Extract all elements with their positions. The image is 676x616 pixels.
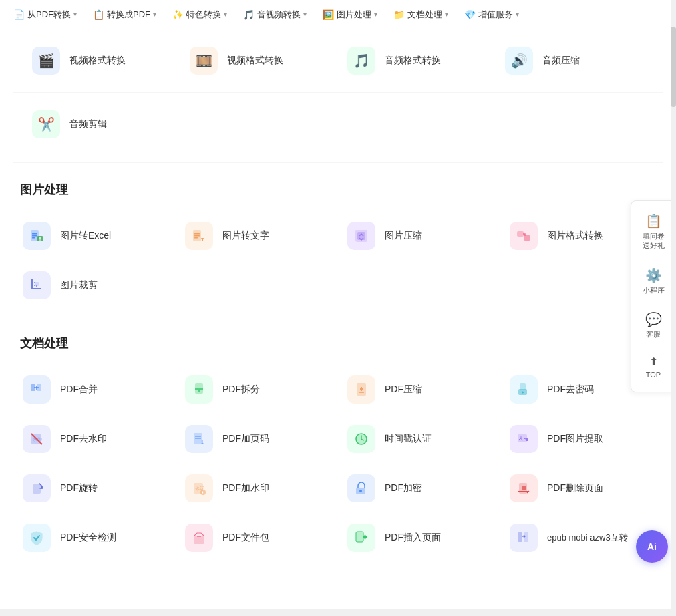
timestamp-item[interactable]: 时间戳认证 [338,414,500,464]
pdf-watermark-add-item[interactable]: 水印 PDF加水印 [176,464,338,513]
horizontal-scrollbar[interactable] [0,609,671,616]
svg-rect-35 [518,434,527,442]
vip-nav-icon: 💎 [464,9,476,20]
pdf-compress-label: PDF压缩 [385,383,422,396]
svg-rect-1 [32,233,37,235]
img-crop-icon [23,271,51,299]
service-button[interactable]: 💬 客服 [631,305,675,345]
nav-label-av: 音视频转换 [257,9,301,21]
svg-rect-31 [195,438,201,439]
to-pdf-icon: 📋 [93,9,104,20]
svg-point-42 [359,490,362,492]
pdf-encrypt-item[interactable]: PDF加密 [338,464,500,513]
ai-label: Ai [647,541,657,552]
pdf-page-num-icon: 1 [185,425,213,453]
pdf-compress-item[interactable]: PDF压缩 [338,365,500,414]
pdf-merge-item[interactable]: PDF合并 [13,365,176,414]
vertical-scrollbar[interactable] [671,0,676,616]
pdf-img-extract-item[interactable]: PDF图片提取 [500,414,663,464]
nav-label-special: 特色转换 [186,9,221,21]
pdf-compress-icon [347,375,375,404]
timestamp-label: 时间戳认证 [385,433,432,445]
svg-text:1: 1 [201,440,204,444]
nav-item-special[interactable]: ✨ 特色转换 ▾ [164,0,235,29]
image-section: 图片处理 图片转Excel [13,163,663,310]
nav-item-image[interactable]: 🖼️ 图片处理 ▾ [315,0,385,29]
img-compress-item[interactable]: 图片压缩 [338,211,500,261]
img-format-icon [510,222,538,250]
pdf-watermark-remove-label: PDF去水印 [60,433,107,445]
svg-rect-2 [32,235,37,237]
special-icon: ✨ [172,9,184,20]
pdf-rotate-item[interactable]: PDF旋转 [13,464,176,513]
chevron-av: ▾ [303,11,307,18]
partial-label-2: 视频格式转换 [227,55,283,67]
img-crop-item[interactable]: 图片裁剪 [13,261,176,310]
partial-icon-3: 🎵 [347,47,375,75]
pdf-encrypt-icon [347,474,375,502]
pdf-decrypt-label: PDF去密码 [547,383,594,396]
survey-label: 填问卷 送好礼 [643,231,665,251]
doc-section-title: 文档处理 [13,317,663,365]
partial-item-1[interactable]: 🎬 视频格式转换 [23,36,180,86]
pdf-delete-page-item[interactable]: PDF删除页面 [500,464,663,513]
img-text-item[interactable]: T 图片转文字 [176,211,338,261]
chevron-vip: ▾ [516,11,519,18]
audio-edit-icon: ✂️ [32,110,60,138]
pdf-package-item[interactable]: PDF文件包 [176,513,338,563]
image-nav-icon: 🖼️ [323,9,334,20]
svg-rect-10 [194,235,200,237]
top-label: TOP [646,370,661,379]
img-text-icon: T [185,222,213,250]
partial-label-1: 视频格式转换 [69,55,126,67]
svg-text:T: T [201,237,204,243]
svg-rect-48 [194,536,204,544]
pdf-security-item[interactable]: PDF安全检测 [13,513,176,563]
top-button[interactable]: ⬆ TOP [631,349,675,386]
survey-button[interactable]: 📋 填问卷 送好礼 [631,206,675,257]
chevron-to-pdf: ▾ [153,11,156,18]
svg-rect-51 [518,532,522,542]
pdf-insert-page-item[interactable]: PDF插入页面 [338,513,500,563]
main-content: 🎬 视频格式转换 🎞️ 视频格式转换 🎵 音频格式转换 🔊 音频压缩 ✂️ 音频… [0,29,676,589]
img-excel-icon [23,222,51,250]
miniapp-button[interactable]: ⚙️ 小程序 [631,261,675,301]
service-label: 客服 [646,329,661,339]
pdf-security-icon [23,524,51,552]
svg-point-25 [522,392,524,394]
ai-assistant-button[interactable]: Ai [636,530,668,563]
partial-icon-2: 🎞️ [190,47,218,75]
top-arrow-icon: ⬆ [649,355,658,368]
top-navigation: 📄 从PDF转换 ▾ 📋 转换成PDF ▾ ✨ 特色转换 ▾ 🎵 音视频转换 ▾… [0,0,676,29]
pdf-split-item[interactable]: PDF拆分 [176,365,338,414]
svg-rect-15 [517,231,524,237]
epub-convert-icon [510,524,538,552]
scrollbar-thumb[interactable] [671,27,676,107]
pdf-watermark-remove-item[interactable]: 水印 PDF去水印 [13,414,176,464]
partial-item-2[interactable]: 🎞️ 视频格式转换 [180,36,338,86]
nav-item-av[interactable]: 🎵 音视频转换 ▾ [235,0,315,29]
nav-item-vip[interactable]: 💎 增值服务 ▾ [456,0,527,29]
doc-nav-icon: 📁 [393,9,405,20]
pdf-page-num-item[interactable]: 1 PDF加页码 [176,414,338,464]
pdf-decrypt-icon [510,375,538,404]
pdf-insert-page-label: PDF插入页面 [385,532,441,544]
chevron-special: ▾ [224,11,227,18]
partial-item-3[interactable]: 🎵 音频格式转换 [338,36,496,86]
svg-rect-9 [194,233,200,235]
pdf-page-num-label: PDF加页码 [222,433,269,445]
svg-rect-16 [524,235,530,241]
audio-edit-item[interactable]: ✂️ 音频剪辑 [23,100,170,149]
img-compress-label: 图片压缩 [385,230,422,242]
audio-section: ✂️ 音频剪辑 [13,93,663,163]
partial-item-4[interactable]: 🔊 音频压缩 [496,36,653,86]
nav-label-image: 图片处理 [337,9,371,21]
nav-item-from-pdf[interactable]: 📄 从PDF转换 ▾ [5,0,85,29]
nav-item-to-pdf[interactable]: 📋 转换成PDF ▾ [85,0,164,29]
pdf-watermark-add-icon: 水印 [185,474,213,502]
svg-rect-37 [33,484,41,494]
img-excel-item[interactable]: 图片转Excel [13,211,176,261]
nav-item-doc[interactable]: 📁 文档处理 ▾ [385,0,456,29]
av-icon: 🎵 [243,9,255,20]
pdf-merge-icon [23,375,51,404]
